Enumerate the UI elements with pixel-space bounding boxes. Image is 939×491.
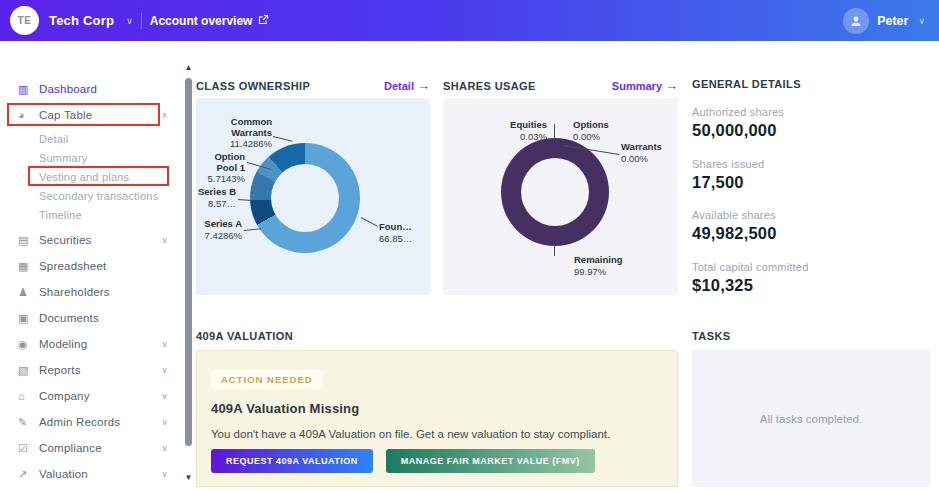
manage-fmv-button[interactable]: MANAGE FAIR MARKET VALUE (FMV) <box>386 449 595 473</box>
user-menu[interactable]: Peter ∨ <box>843 8 939 34</box>
sidebar-subitem-detail[interactable]: Detail <box>0 129 182 148</box>
shares-usage-title: SHARES USAGE <box>443 80 536 92</box>
chevron-down-icon: ∨ <box>918 16 925 26</box>
report-icon: ▧ <box>18 364 39 377</box>
class-ownership-detail-link[interactable]: Detail → <box>384 78 430 93</box>
request-409a-valuation-button[interactable]: REQUEST 409A VALUATION <box>211 449 373 473</box>
sidebar-item-compliance[interactable]: ☑Compliance∨ <box>0 435 182 461</box>
user-name: Peter <box>877 14 908 28</box>
chart-label-warrants: Warrants0.00% <box>621 142 675 164</box>
sidebar-subitem-secondary-transactions[interactable]: Secondary transactions <box>0 186 182 205</box>
tasks-empty-message: All tasks completed. <box>760 413 862 425</box>
sidebar-item-valuation[interactable]: ↗Valuation∨ <box>0 461 182 487</box>
clipboard-icon: ▤ <box>18 234 39 247</box>
chart-label-series-a: Series A7.4286% <box>200 219 242 241</box>
person-icon <box>849 14 863 28</box>
chart-label-series-b: Series B8.57… <box>196 187 236 209</box>
external-link-icon <box>258 14 269 28</box>
person-icon: ♟ <box>18 286 39 299</box>
nav-divider <box>141 13 142 29</box>
sidebar-subitem-summary[interactable]: Summary <box>0 148 182 167</box>
arrow-right-icon: → <box>665 78 678 93</box>
chevron-down-icon: ∨ <box>162 365 168 375</box>
user-avatar <box>843 8 869 34</box>
sidebar-item-admin-records[interactable]: ✎Admin Records∨ <box>0 409 182 435</box>
class-ownership-card: Foun…66.85…Series A7.4286%Series B8.57…O… <box>196 98 430 295</box>
account-overview-link[interactable]: Account overview <box>150 14 270 28</box>
field-available-shares: Available shares 49,982,500 <box>692 209 777 243</box>
growth-chart-icon: ↗ <box>18 468 39 481</box>
arrow-right-icon: → <box>417 78 430 93</box>
sidebar-item-spreadsheet[interactable]: ▦Spreadsheet <box>0 253 182 279</box>
chevron-down-icon: ∨ <box>162 417 168 427</box>
callout-line <box>244 228 261 231</box>
callout-line <box>361 217 378 227</box>
pie-chart-icon: ◕ <box>18 109 39 121</box>
chevron-down-icon: ∨ <box>162 339 168 349</box>
callout-line <box>554 243 555 256</box>
folder-icon: ▣ <box>18 312 39 325</box>
chart-label-remaining: Remaining99.97% <box>574 255 638 277</box>
top-navbar: TE Tech Corp ∨ Account overview Peter ∨ <box>0 0 939 41</box>
class-ownership-donut-chart <box>250 143 360 253</box>
class-ownership-title: CLASS OWNERSHIP <box>196 80 310 92</box>
chart-label-option-pool-1: Option Pool 15.7143% <box>198 152 245 185</box>
action-needed-badge: ACTION NEEDED <box>211 370 323 389</box>
sidebar-subitem-timeline[interactable]: Timeline <box>0 205 182 224</box>
sidebar-item-securities[interactable]: ▤Securities∨ <box>0 227 182 253</box>
company-initials: TE <box>18 15 32 26</box>
shares-usage-donut-chart <box>501 138 609 246</box>
scrollbar-thumb[interactable] <box>185 78 192 446</box>
sidebar-item-documents[interactable]: ▣Documents <box>0 305 182 331</box>
valuation-actions: REQUEST 409A VALUATION MANAGE FAIR MARKE… <box>211 449 595 473</box>
valuation-409a-card: ACTION NEEDED 409A Valuation Missing You… <box>196 350 678 487</box>
sidebar-item-dashboard[interactable]: ▥Dashboard <box>0 76 182 102</box>
field-authorized-shares: Authorized shares 50,000,000 <box>692 106 784 140</box>
app-window: TE Tech Corp ∨ Account overview Peter ∨ … <box>0 0 939 491</box>
sidebar-subitem-vesting-and-plans[interactable]: Vesting and plans <box>0 167 182 186</box>
scroll-up-arrow-icon[interactable]: ▲ <box>182 62 195 74</box>
check-shield-icon: ☑ <box>18 442 39 455</box>
scroll-down-arrow-icon[interactable]: ▼ <box>182 472 195 484</box>
table-icon: ▦ <box>18 260 39 273</box>
shares-usage-header: SHARES USAGE Summary → <box>443 78 678 93</box>
valuation-missing-body: You don't have a 409A Valuation on file.… <box>211 428 610 440</box>
sidebar-scrollbar[interactable]: ▲ ▼ <box>182 60 195 491</box>
field-shares-issued: Shares issued 17,500 <box>692 158 764 192</box>
company-switcher[interactable]: TE Tech Corp ∨ <box>0 6 133 35</box>
valuation-409a-header: 409A VALUATION <box>196 330 430 342</box>
tasks-card: All tasks completed. <box>692 350 930 487</box>
pencil-doc-icon: ✎ <box>18 416 39 429</box>
callout-line <box>554 124 555 139</box>
class-ownership-header: CLASS OWNERSHIP Detail → <box>196 78 430 93</box>
company-avatar: TE <box>10 6 39 35</box>
field-total-capital-committed: Total capital committed $10,325 <box>692 261 808 295</box>
sidebar-item-shareholders[interactable]: ♟Shareholders <box>0 279 182 305</box>
sidebar-item-company[interactable]: ⌂Company∨ <box>0 383 182 409</box>
chevron-up-icon: ∧ <box>162 110 168 120</box>
callout-line <box>238 199 255 201</box>
company-name: Tech Corp <box>49 13 114 28</box>
chart-label-equities: Equities0.03% <box>495 120 547 142</box>
building-icon: ⌂ <box>18 390 39 402</box>
general-details-title: GENERAL DETAILS <box>692 78 939 90</box>
tasks-header: TASKS <box>692 330 930 342</box>
shares-usage-card: Equities0.03%Options0.00%Warrants0.00%Re… <box>443 98 678 295</box>
chart-label-founders: Foun…66.85… <box>379 222 429 244</box>
sidebar-submenu-cap-table: DetailSummaryVesting and plansSecondary … <box>0 128 182 227</box>
chevron-down-icon: ∨ <box>162 443 168 453</box>
sidebar-item-modeling[interactable]: ◉Modeling∨ <box>0 331 182 357</box>
general-details-panel: GENERAL DETAILS Authorized shares 50,000… <box>692 78 939 90</box>
callout-line <box>273 136 293 142</box>
sidebar-nav: ▥Dashboard◕Cap Table∧DetailSummaryVestin… <box>0 41 182 491</box>
sidebar-item-cap-table[interactable]: ◕Cap Table∧ <box>0 102 182 128</box>
chart-label-options: Options0.00% <box>573 120 619 142</box>
tasks-title: TASKS <box>692 330 730 342</box>
dashboard-icon: ▥ <box>18 83 39 96</box>
sidebar-item-reports[interactable]: ▧Reports∨ <box>0 357 182 383</box>
lightbulb-icon: ◉ <box>18 338 39 351</box>
shares-usage-summary-link[interactable]: Summary → <box>612 78 678 93</box>
valuation-missing-heading: 409A Valuation Missing <box>211 401 359 416</box>
valuation-409a-title: 409A VALUATION <box>196 330 293 342</box>
chevron-down-icon: ∨ <box>162 235 168 245</box>
